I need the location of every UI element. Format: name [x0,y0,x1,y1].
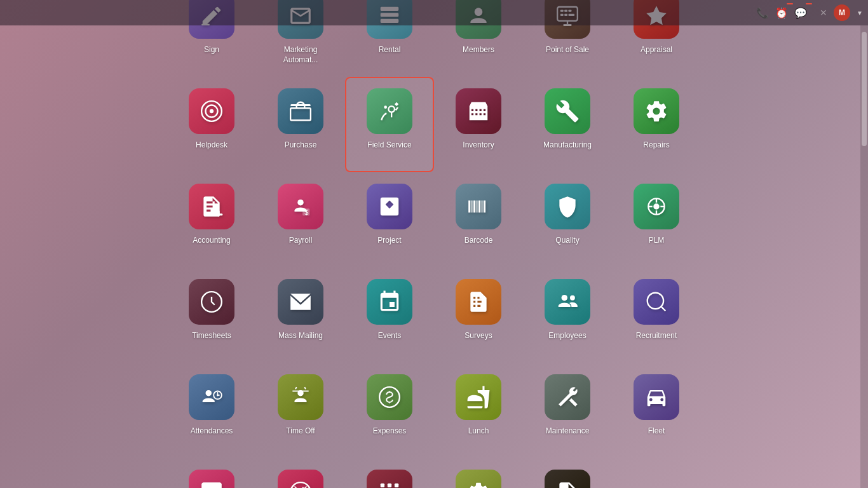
app-item-recruitment[interactable]: Recruitment [612,268,701,363]
activity-badge[interactable]: ⏰ [775,7,788,19]
app-item-tests[interactable]: Tests [523,458,612,488]
app-icon-plm [634,184,679,229]
svg-rect-20 [290,108,311,120]
app-label-project: Project [377,236,401,246]
app-label-maintenance: Maintenance [546,426,590,437]
app-label-rental: Rental [379,45,401,55]
phone-icon[interactable]: 📞 [756,7,769,19]
app-label-expenses: Expenses [373,426,407,437]
svg-point-32 [570,295,575,301]
app-icon-field-service [367,88,412,134]
app-label-mass-mailing: Mass Mailing [278,331,323,341]
app-icon-manufacturing [545,88,590,134]
app-icon-events [367,279,412,325]
app-icon-live-chat [189,470,234,488]
app-item-accounting[interactable]: Accounting [167,172,256,268]
app-item-fleet[interactable]: Fleet [612,363,701,458]
avatar: M [834,4,850,21]
app-label-barcode: Barcode [465,236,493,246]
app-item-purchase[interactable]: Purchase [256,77,345,172]
svg-rect-43 [395,484,398,487]
app-label-events: Events [378,331,402,341]
app-icon-apps [367,470,412,488]
app-item-inventory[interactable]: Inventory [434,77,523,172]
scrollbar-thumb[interactable] [862,32,867,146]
app-icon-dashboards [278,470,323,488]
app-label-fleet: Fleet [648,426,665,437]
app-icon-timesheets [189,279,234,325]
app-item-payroll[interactable]: $Payroll [256,172,345,268]
app-label-repairs: Repairs [643,140,669,151]
app-icon-helpdesk [189,88,234,134]
app-item-field-service[interactable]: Field Service [345,77,434,172]
app-label-payroll: Payroll [289,236,313,246]
app-item-employees[interactable]: Employees [523,268,612,363]
app-item-quality[interactable]: Quality [523,172,612,268]
app-item-mass-mailing[interactable]: Mass Mailing [256,268,345,363]
app-icon-barcode [456,184,501,229]
app-item-live-chat[interactable]: Live Chat [167,458,256,488]
app-label-purchase: Purchase [285,140,317,151]
app-icon-time-off [278,374,323,420]
app-item-time-off[interactable]: Time Off [256,363,345,458]
app-item-settings[interactable]: Settings [434,458,523,488]
svg-point-21 [388,106,395,112]
user-menu[interactable]: M ▼ [834,4,863,21]
svg-rect-41 [381,484,384,487]
app-label-sign: Sign [204,45,219,55]
svg-point-31 [562,295,568,301]
app-item-attendances[interactable]: Attendances [167,363,256,458]
svg-text:$: $ [304,208,308,216]
activity-count [787,3,793,4]
svg-rect-19 [290,104,311,106]
app-item-dashboards[interactable]: Dashboards [256,458,345,488]
app-item-events[interactable]: Events [345,268,434,363]
app-label-timesheets: Timesheets [192,331,231,341]
app-icon-settings [456,470,501,488]
app-label-employees: Employees [548,331,586,341]
app-label-accounting: Accounting [193,236,230,246]
app-icon-surveys [456,279,501,325]
app-icon-inventory [456,88,501,134]
chat-count [806,3,812,4]
app-icon-payroll: $ [278,184,323,229]
app-label-attendances: Attendances [191,426,233,437]
scrollbar[interactable] [860,25,868,488]
app-label-plm: PLM [649,236,665,246]
app-icon-purchase [278,88,323,134]
app-item-helpdesk[interactable]: Helpdesk [167,77,256,172]
sep1: ✕ [820,8,827,18]
app-item-expenses[interactable]: Expenses [345,363,434,458]
app-icon-tests [545,470,590,488]
app-item-apps[interactable]: Apps [345,458,434,488]
svg-point-39 [290,482,311,488]
app-label-surveys: Surveys [465,331,492,341]
svg-point-22 [384,105,387,109]
app-label-marketing-automation: Marketing Automat... [266,45,336,65]
app-icon-recruitment [634,279,679,325]
app-icon-repairs [634,88,679,134]
app-label-inventory: Inventory [463,140,494,151]
app-label-manufacturing: Manufacturing [543,140,592,151]
svg-point-18 [210,109,214,113]
app-item-surveys[interactable]: Surveys [434,268,523,363]
app-label-helpdesk: Helpdesk [196,140,227,151]
app-label-point-of-sale: Point of Sale [546,45,589,55]
svg-point-33 [648,293,663,309]
chevron-down-icon: ▼ [857,10,863,17]
chat-badge[interactable]: 💬 [794,7,807,19]
app-item-barcode[interactable]: Barcode [434,172,523,268]
app-item-lunch[interactable]: Lunch [434,363,523,458]
app-item-maintenance[interactable]: Maintenance [523,363,612,458]
app-icon-lunch [456,374,501,420]
app-item-plm[interactable]: PLM [612,172,701,268]
app-item-repairs[interactable]: Repairs [612,77,701,172]
app-icon-employees [545,279,590,325]
app-item-project[interactable]: Project [345,172,434,268]
svg-rect-24 [215,214,223,215]
app-icon-attendances [189,374,234,420]
app-item-manufacturing[interactable]: Manufacturing [523,77,612,172]
app-icon-project [367,184,412,229]
svg-point-34 [206,390,212,396]
app-item-timesheets[interactable]: Timesheets [167,268,256,363]
